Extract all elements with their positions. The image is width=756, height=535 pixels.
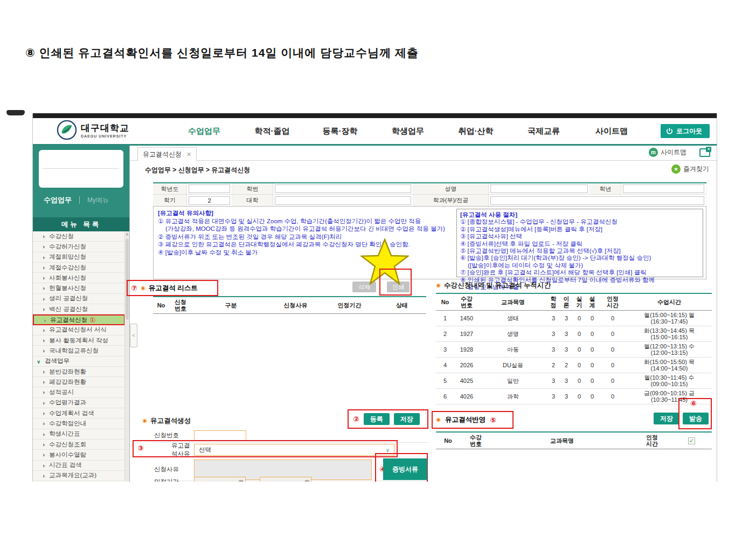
absence-list-title-box: ⑦ 유고결석 리스트	[127, 280, 218, 296]
table-row[interactable]: 42026DU실용22000화(15:00~15:50) 목(14:00~14:…	[436, 358, 712, 373]
sidebar-collapse-button[interactable]: <	[130, 324, 137, 347]
college-label: 대학	[232, 195, 273, 206]
tab-excused-absence[interactable]: 유고결석신청 ✕	[137, 147, 197, 161]
request-no-label: 신청번호	[153, 431, 194, 440]
select-all-checkbox[interactable]: ✓	[688, 437, 695, 444]
sidebar-item-section-status[interactable]: 분반강좌현황	[33, 367, 125, 377]
notice-line: ⑤ [유고결석반영] 메뉴에서 적용할 교과목 선택(√)후 [저장]	[460, 248, 699, 255]
sidebar-item-credit-guide[interactable]: 수강학점안내	[33, 419, 125, 429]
sidebar-item-closed-courses[interactable]: 폐강강좌현황	[33, 377, 125, 387]
sidebar-item-vaccine-absence[interactable]: 백신 공결신청	[33, 304, 125, 314]
table-row[interactable]: 21927생명33000화(13:30~14:45) 목(15:00~16:15…	[436, 326, 712, 342]
nav-item-sitemap[interactable]: 사이트맵	[578, 126, 646, 136]
sidebar-item-absence-form[interactable]: 유고결석신청서 서식	[33, 325, 125, 335]
grade-input[interactable]	[623, 184, 704, 193]
power-icon	[666, 128, 673, 135]
sidebar-item-course-permission[interactable]: 수강허가신청	[33, 242, 125, 252]
notice-line: ③ [유고결석사유] 선택	[460, 233, 699, 240]
menu-label: 계절희망신청	[49, 253, 86, 261]
calendar-icon[interactable]: ▦	[239, 479, 244, 482]
sidebar-scrollbar[interactable]: ∧	[124, 231, 129, 482]
university-name-en: DAEGU UNIVERSITY	[81, 134, 129, 138]
period-separator: ~	[251, 479, 254, 482]
table-row[interactable]: 54025일반33000월(10:30~11:45) 수(09:00~10:15…	[436, 373, 712, 389]
sidebar-tab-mymenu[interactable]: My메뉴	[87, 196, 109, 205]
user-box-divider	[43, 168, 119, 169]
sidebar-item-blood-donation[interactable]: 헌혈봉사신청	[33, 283, 125, 293]
favorite-button[interactable]: ★ 즐겨찾기	[671, 164, 709, 174]
close-icon[interactable]: ✕	[186, 151, 191, 158]
annotation-badge-7: ⑦	[131, 284, 137, 292]
calendar-icon[interactable]: ▦	[304, 479, 309, 482]
notice-line: ① 유고결석 적용은 대면수업 및 실시간 Zoom 수업, 학습기간(출석인정…	[158, 217, 455, 225]
sidebar: 수업업무 My메뉴 메뉴 목록 수강신청 수강허가신청 계절희망신청 계절수강신…	[33, 146, 130, 482]
sidebar-item-syllabus-search[interactable]: 수업계획서 검색	[33, 408, 125, 419]
chevron-down-icon: ∨	[37, 359, 40, 365]
menu-label: 봉사 활동계획서 작성	[49, 337, 108, 345]
scroll-up-icon[interactable]: ∧	[125, 232, 129, 237]
col-class-time: 수업시간	[627, 293, 712, 311]
sidebar-item-grade-posting[interactable]: 성적공시	[33, 387, 125, 397]
sidebar-item-seasonal-course[interactable]: 계절수강신청	[33, 263, 125, 273]
register-button[interactable]: 등록	[364, 413, 390, 425]
college-input[interactable]	[275, 196, 411, 205]
col-theory: 이 론	[560, 293, 573, 311]
absence-list-title: 유고결석 리스트	[149, 284, 198, 293]
apply-table: No 수강 번호 교과목명 인정 시간 ✓	[436, 431, 712, 449]
menu-label: 검색업무	[45, 357, 70, 365]
section-bullet-icon	[436, 283, 441, 288]
triangle-icon	[43, 454, 45, 457]
nav-item-classwork[interactable]: 수업업무	[170, 126, 238, 136]
sidebar-item-service-record[interactable]: 봉사이수열람	[33, 450, 125, 460]
create-section-title-row: 유고결석생성	[142, 416, 191, 426]
table-row[interactable]: 64026과학33000금(09:00~10:15) 금(10:30~11:45…	[436, 389, 712, 404]
reason-label: 신청사유	[153, 465, 194, 474]
save-button[interactable]: 저장	[394, 413, 420, 425]
nav-item-records[interactable]: 학적·졸업	[238, 126, 306, 136]
period-end-input[interactable]: ▦	[260, 477, 311, 482]
window-close-icon[interactable]: ✕	[699, 148, 710, 157]
sidebar-item-course-outline[interactable]: 교과목개요(교과)	[33, 471, 125, 481]
period-start-input[interactable]: ▦	[194, 477, 246, 482]
scrollbar-thumb[interactable]	[126, 239, 129, 320]
nav-item-registration[interactable]: 등록·장학	[306, 126, 374, 136]
col-course-no: 수강 번호	[454, 293, 479, 311]
menu-label: 수강학점안내	[49, 420, 86, 428]
sidebar-item-clipped[interactable]: 취업전직훈련	[33, 481, 125, 482]
sidebar-item-menstrual-absence[interactable]: 생리 공결신청	[33, 294, 125, 304]
notice-procedure-title: [유고결석 사용 절차]	[460, 211, 699, 218]
sidebar-item-student-timetable[interactable]: 학생시간표	[33, 429, 125, 440]
sidebar-tab-classwork[interactable]: 수업업무	[44, 195, 72, 205]
attach-documents-button[interactable]: 증빙서류	[383, 458, 427, 480]
year-input[interactable]	[189, 184, 230, 193]
semester-input[interactable]	[189, 196, 230, 205]
name-input[interactable]	[490, 184, 588, 193]
sidebar-item-excused-absence[interactable]: 유고결석신청①	[33, 314, 125, 325]
triangle-icon	[43, 245, 45, 249]
sidebar-item-seasonal-wish[interactable]: 계절희망신청	[33, 252, 125, 263]
logout-button[interactable]: 로그아웃	[661, 124, 710, 138]
request-no-input[interactable]	[194, 430, 246, 441]
sidebar-item-service-plan[interactable]: 봉사 활동계획서 작성	[33, 335, 125, 346]
menu-label: 수강허가신청	[49, 243, 86, 251]
sidebar-item-class-evaluation[interactable]: 수업평가결과	[33, 398, 125, 408]
major-input[interactable]	[490, 196, 704, 205]
sitemap-button[interactable]: m 사이트맵	[649, 148, 686, 157]
sidebar-item-timetable-search[interactable]: 시간표 검색	[33, 461, 125, 471]
create-section-title: 유고결석생성	[150, 416, 191, 426]
table-row[interactable]: 11450생태33000월(15:00~16:15) 월(16:30~17:45…	[436, 311, 712, 326]
nav-item-student-affairs[interactable]: 학생업무	[374, 126, 442, 136]
sidebar-item-credit-exchange[interactable]: 국내학점교류신청	[33, 346, 125, 356]
student-no-input[interactable]	[275, 184, 411, 193]
sidebar-item-course-registration[interactable]: 수강신청	[33, 231, 125, 242]
sidebar-item-social-service[interactable]: 사회봉사신청	[33, 273, 125, 283]
grade-label: 학년	[590, 183, 621, 194]
apply-save-button[interactable]: 저장	[654, 413, 679, 424]
menu-label: 폐강강좌현황	[49, 378, 86, 386]
sidebar-group-search[interactable]: ∨검색업무	[33, 356, 125, 367]
nav-item-international[interactable]: 국제교류	[510, 126, 578, 136]
university-logo[interactable]: 대구대학교 DAEGU UNIVERSITY	[57, 120, 129, 140]
sidebar-item-registration-inquiry[interactable]: 수강신청조회	[33, 440, 125, 450]
table-row[interactable]: 31928아동33000월(12:00~13:15) 수(12:00~13:15…	[436, 342, 712, 358]
nav-item-career[interactable]: 취업·산학	[442, 126, 510, 136]
